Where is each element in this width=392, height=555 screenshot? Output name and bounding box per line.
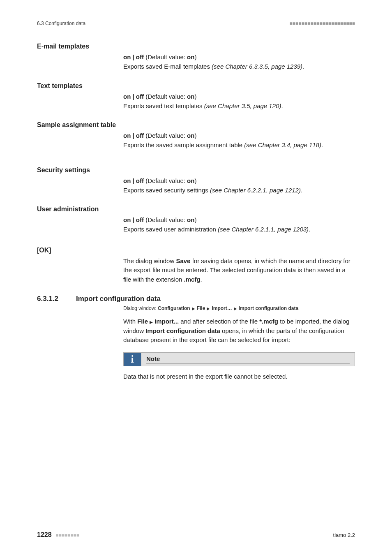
email-default-label: (Default value: xyxy=(144,53,187,60)
sample-onoff-value: on | off xyxy=(123,132,144,139)
dialog-b3: Import… xyxy=(212,305,232,311)
info-glyph: i xyxy=(131,353,134,365)
useradmin-desc-a: Exports saved user administration xyxy=(123,226,218,233)
email-default-value: on xyxy=(187,53,194,60)
import-c: Import... xyxy=(154,318,179,325)
email-desc-ref: (see Chapter 6.3.3.5, page 1239) xyxy=(212,63,302,70)
useradmin-default-label: (Default value: xyxy=(144,216,187,223)
import-a: With xyxy=(123,318,137,325)
useradmin-desc-b: . xyxy=(309,226,310,233)
sample-desc-a: Exports the saved sample assignment tabl… xyxy=(123,141,244,148)
security-desc-a: Exports saved security settings xyxy=(123,187,210,194)
label-email-templates: E-mail templates xyxy=(37,43,355,50)
import-paragraph: With File▶Import... and after selection … xyxy=(123,317,355,345)
runhead-left: 6.3 Configuration data xyxy=(37,21,85,26)
security-desc-ref: (see Chapter 6.2.2.1, page 1212) xyxy=(210,187,301,194)
text-desc-b: . xyxy=(281,102,283,109)
security-onoff-value: on | off xyxy=(123,177,144,184)
ok-p-a: The dialog window xyxy=(123,257,176,264)
note-body: Note xyxy=(141,352,355,366)
sample-desc-ref: (see Chapter 3.4, page 118) xyxy=(244,141,321,148)
sample-default-value: on xyxy=(187,132,194,139)
label-sample-table: Sample assignment table xyxy=(37,121,355,129)
subsection-number: 6.3.1.2 xyxy=(37,295,76,303)
security-desc: Exports saved security settings (see Cha… xyxy=(123,186,355,195)
email-desc-a: Exports saved E-mail templates xyxy=(123,63,212,70)
dialog-b2: File xyxy=(197,305,205,311)
sample-desc: Exports the saved sample assignment tabl… xyxy=(123,141,355,150)
text-default-suffix: ) xyxy=(194,93,196,100)
email-desc-b: . xyxy=(302,63,304,70)
triangle-icon: ▶ xyxy=(192,306,195,311)
sample-default-label: (Default value: xyxy=(144,132,187,139)
subsection-title: Import configuration data xyxy=(76,295,161,303)
sample-onoff: on | off (Default value: on) xyxy=(123,132,355,139)
text-onoff-value: on | off xyxy=(123,93,144,100)
label-text-templates: Text templates xyxy=(37,82,355,90)
label-user-admin: User administration xyxy=(37,206,355,213)
security-desc-b: . xyxy=(301,187,302,194)
footer-product: tiamo 2.2 xyxy=(333,532,355,538)
note-text: Data that is not present in the export f… xyxy=(123,372,355,382)
import-d: and after selection of the file xyxy=(179,318,259,325)
text-default-label: (Default value: xyxy=(144,93,187,100)
useradmin-desc: Exports saved user administration (see C… xyxy=(123,225,355,234)
runhead-dots: ■■■■■■■■■■■■■■■■■■■■■■ xyxy=(290,21,355,26)
running-header: 6.3 Configuration data ■■■■■■■■■■■■■■■■■… xyxy=(37,21,355,26)
dialog-b1: Configuration xyxy=(158,305,190,311)
security-default-label: (Default value: xyxy=(144,177,187,184)
import-g: Import configuration data xyxy=(145,327,220,334)
useradmin-default-value: on xyxy=(187,216,194,223)
dialog-prefix: Dialog window: xyxy=(123,305,158,311)
triangle-icon: ▶ xyxy=(150,319,153,325)
text-desc: Exports saved text templates (see Chapte… xyxy=(123,102,355,111)
label-security-settings: Security settings xyxy=(37,166,355,174)
page-footer: 1228 ■■■■■■■■ tiamo 2.2 xyxy=(37,531,355,539)
useradmin-desc-ref: (see Chapter 6.2.1.1, page 1203) xyxy=(218,226,309,233)
security-onoff: on | off (Default value: on) xyxy=(123,177,355,184)
email-onoff-value: on | off xyxy=(123,53,144,60)
ok-p-e: . xyxy=(201,276,202,283)
email-desc: Exports saved E-mail templates (see Chap… xyxy=(123,62,355,72)
security-default-value: on xyxy=(187,177,194,184)
ok-paragraph: The dialog window Save for saving data o… xyxy=(123,257,355,284)
sample-desc-b: . xyxy=(321,141,323,148)
useradmin-onoff-value: on | off xyxy=(123,216,144,223)
useradmin-default-suffix: ) xyxy=(194,216,196,223)
dialog-path: Dialog window: Configuration▶File▶Import… xyxy=(123,305,355,311)
footer-dots: ■■■■■■■■ xyxy=(55,532,79,538)
footer-left: 1228 ■■■■■■■■ xyxy=(37,531,79,539)
text-default-value: on xyxy=(187,93,194,100)
dialog-b4: Import configuration data xyxy=(239,305,298,311)
security-default-suffix: ) xyxy=(194,177,196,184)
text-onoff: on | off (Default value: on) xyxy=(123,93,355,100)
ok-p-b: Save xyxy=(176,257,190,264)
import-b: File xyxy=(137,318,148,325)
ok-p-d: .mcfg xyxy=(184,276,201,283)
email-default-suffix: ) xyxy=(194,53,196,60)
subsection-header: 6.3.1.2 Import configuration data xyxy=(37,295,355,303)
useradmin-onoff: on | off (Default value: on) xyxy=(123,216,355,223)
note-box: i Note xyxy=(123,352,355,366)
import-e: *.mcfg xyxy=(259,318,278,325)
triangle-icon: ▶ xyxy=(234,306,237,311)
info-icon: i xyxy=(123,352,141,366)
email-onoff: on | off (Default value: on) xyxy=(123,53,355,60)
text-desc-a: Exports saved text templates xyxy=(123,102,204,109)
page: 6.3 Configuration data ■■■■■■■■■■■■■■■■■… xyxy=(0,0,392,555)
note-title: Note xyxy=(146,355,350,363)
text-desc-ref: (see Chapter 3.5, page 120) xyxy=(204,102,281,109)
ok-label: [OK] xyxy=(37,247,355,254)
sample-default-suffix: ) xyxy=(194,132,196,139)
triangle-icon: ▶ xyxy=(207,306,210,311)
page-number: 1228 xyxy=(37,531,52,538)
